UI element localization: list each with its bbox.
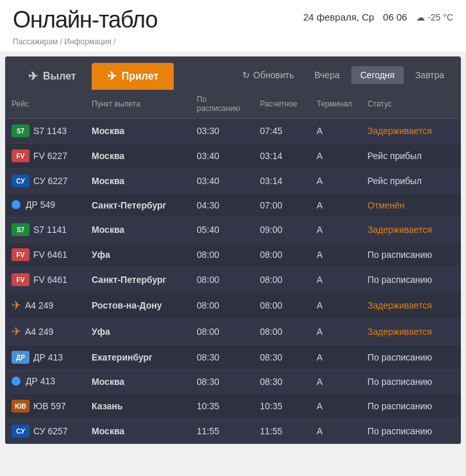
- cell-origin: Москва: [85, 169, 190, 194]
- table-row[interactable]: S7 S7 1143 Москва 03:30 07:45 A Задержив…: [5, 119, 461, 144]
- cell-flight: FV FV 6461: [5, 242, 85, 268]
- table-row[interactable]: ДР ДР 413 Екатеринбург 08:30 08:30 A По …: [5, 345, 461, 370]
- cell-flight: S7 S7 1143: [5, 119, 85, 144]
- date-text: 24 февраля, Ср: [303, 12, 374, 22]
- cell-status: Задерживается: [361, 293, 461, 319]
- tab-arrive[interactable]: ✈ Прилет: [92, 63, 174, 90]
- tab-depart[interactable]: ✈ Вылет: [13, 63, 92, 90]
- cell-estimated: 07:45: [254, 119, 311, 144]
- cell-terminal: A: [310, 119, 361, 144]
- cell-origin: Москва: [85, 370, 190, 394]
- table-row[interactable]: ✈ A4 249 Уфа 08:00 08:00 A Задерживается: [5, 319, 461, 345]
- cell-estimated: 03:14: [254, 144, 311, 169]
- cell-origin: Москва: [85, 119, 190, 144]
- flight-table: Рейс Пункт вылета По расписанию Расчетно…: [5, 90, 461, 444]
- cell-origin: Москва: [85, 217, 190, 242]
- cell-status: Рейс прибыл: [361, 169, 461, 194]
- table-header: Рейс Пункт вылета По расписанию Расчетно…: [5, 90, 461, 119]
- cell-flight: ДР 413: [5, 370, 85, 394]
- cell-flight: S7 S7 1141: [5, 217, 85, 242]
- cell-scheduled: 10:35: [190, 394, 253, 419]
- cell-origin: Москва: [85, 144, 190, 169]
- cell-origin: Ростов-на-Дону: [85, 293, 190, 319]
- breadcrumb-link-passengers[interactable]: Пассажирам: [13, 37, 58, 46]
- cell-scheduled: 08:00: [190, 268, 253, 293]
- cell-status: Задерживается: [361, 119, 461, 144]
- tomorrow-label: Завтра: [415, 70, 444, 80]
- cell-status: По расписанию: [361, 268, 461, 293]
- cell-scheduled: 08:00: [190, 293, 253, 319]
- col-header-origin: Пункт вылета: [85, 90, 190, 119]
- tab-bar: ✈ Вылет ✈ Прилет ↻ Обновить Вчера Сегодн…: [5, 56, 461, 90]
- cell-origin: Санкт-Петербург: [85, 194, 190, 217]
- cell-scheduled: 03:40: [190, 169, 253, 194]
- col-header-flight: Рейс: [5, 90, 85, 119]
- cell-status: По расписанию: [361, 242, 461, 268]
- cell-terminal: A: [310, 394, 361, 419]
- cell-estimated: 03:14: [254, 169, 311, 194]
- cell-status: По расписанию: [361, 419, 461, 444]
- cell-estimated: 08:00: [254, 319, 311, 345]
- refresh-icon: ↻: [242, 70, 250, 80]
- tab-depart-label: Вылет: [43, 71, 76, 82]
- cell-scheduled: 11:55: [190, 419, 253, 444]
- table-row[interactable]: FV FV 6461 Санкт-Петербург 08:00 08:00 A…: [5, 268, 461, 293]
- weather-icon: ☁: [416, 12, 425, 22]
- yesterday-button[interactable]: Вчера: [305, 66, 349, 84]
- arrive-plane-icon: ✈: [107, 69, 117, 83]
- cell-status: Рейс прибыл: [361, 144, 461, 169]
- cell-terminal: A: [310, 293, 361, 319]
- cell-estimated: 08:30: [254, 370, 311, 394]
- cell-scheduled: 08:00: [190, 319, 253, 345]
- cell-flight: ✈ A4 249: [5, 293, 85, 319]
- cell-scheduled: 03:30: [190, 119, 253, 144]
- header-right: 24 февраля, Ср 06 06 ☁ -25 °C: [303, 6, 453, 22]
- col-header-estimated: Расчетное: [254, 90, 311, 119]
- table-row[interactable]: S7 S7 1141 Москва 05:40 09:00 A Задержив…: [5, 217, 461, 242]
- cell-estimated: 08:00: [254, 242, 311, 268]
- cell-origin: Санкт-Петербург: [85, 268, 190, 293]
- table-row[interactable]: ДР 549 Санкт-Петербург 04:30 07:00 A Отм…: [5, 194, 461, 217]
- table-row[interactable]: FV FV 6227 Москва 03:40 03:14 A Рейс при…: [5, 144, 461, 169]
- cell-scheduled: 04:30: [190, 194, 253, 217]
- cell-flight: ЮВ ЮВ 597: [5, 394, 85, 419]
- table-row[interactable]: ЮВ ЮВ 597 Казань 10:35 10:35 A По распис…: [5, 394, 461, 419]
- cell-scheduled: 08:30: [190, 345, 253, 370]
- page-title: Онлайн-табло: [13, 6, 157, 33]
- cell-flight: ДР 549: [5, 194, 85, 217]
- yesterday-label: Вчера: [314, 70, 340, 80]
- cell-estimated: 10:35: [254, 394, 311, 419]
- table-row[interactable]: FV FV 6461 Уфа 08:00 08:00 A По расписан…: [5, 242, 461, 268]
- refresh-label: Обновить: [253, 70, 294, 80]
- today-button[interactable]: Сегодня: [351, 66, 404, 84]
- cell-scheduled: 08:30: [190, 370, 253, 394]
- cell-scheduled: 05:40: [190, 217, 253, 242]
- cell-scheduled: 03:40: [190, 144, 253, 169]
- cell-terminal: A: [310, 194, 361, 217]
- cell-estimated: 07:00: [254, 194, 311, 217]
- cell-origin: Казань: [85, 394, 190, 419]
- table-row[interactable]: СУ СУ 6227 Москва 03:40 03:14 A Рейс при…: [5, 169, 461, 194]
- cell-estimated: 08:00: [254, 293, 311, 319]
- cell-terminal: A: [310, 345, 361, 370]
- tomorrow-button[interactable]: Завтра: [406, 66, 453, 84]
- cell-estimated: 08:30: [254, 345, 311, 370]
- cell-status: Задерживается: [361, 319, 461, 345]
- time-text: 06 06: [383, 12, 408, 22]
- cell-status: По расписанию: [361, 370, 461, 394]
- cell-origin: Уфа: [85, 319, 190, 345]
- cell-estimated: 11:55: [254, 419, 311, 444]
- table-row[interactable]: ДР 413 Москва 08:30 08:30 A По расписани…: [5, 370, 461, 394]
- cell-terminal: A: [310, 217, 361, 242]
- cell-status: По расписанию: [361, 394, 461, 419]
- refresh-button[interactable]: ↻ Обновить: [233, 66, 303, 84]
- cell-flight: FV FV 6461: [5, 268, 85, 293]
- table-row[interactable]: СУ СУ 6257 Москва 11:55 11:55 A По распи…: [5, 419, 461, 444]
- col-header-scheduled: По расписанию: [190, 90, 253, 119]
- cell-terminal: A: [310, 419, 361, 444]
- breadcrumb-link-info[interactable]: Информация: [64, 37, 111, 46]
- temperature: -25 °C: [428, 12, 453, 22]
- cell-flight: ДР ДР 413: [5, 345, 85, 370]
- tab-arrive-label: Прилет: [122, 71, 159, 82]
- table-row[interactable]: ✈ A4 249 Ростов-на-Дону 08:00 08:00 A За…: [5, 293, 461, 319]
